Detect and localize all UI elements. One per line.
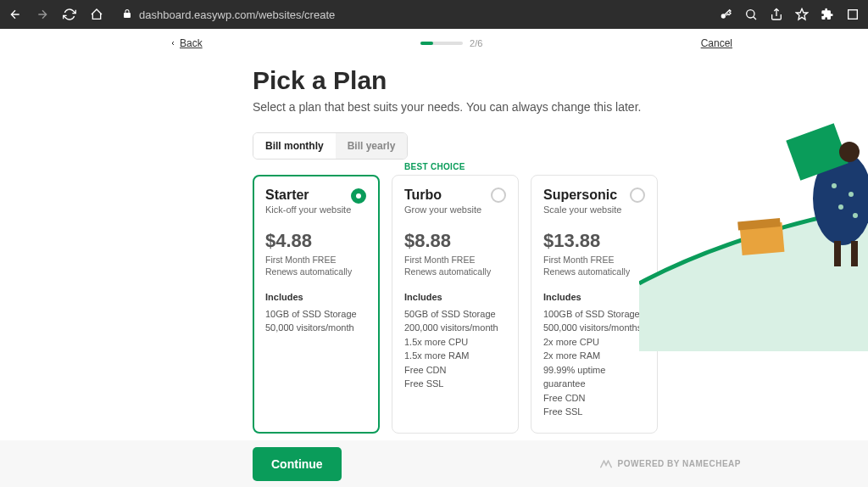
- progress-indicator: 2/6: [420, 38, 482, 48]
- includes-list: 10GB of SSD Storage50,000 visitors/month: [265, 307, 367, 335]
- svg-point-1: [747, 10, 754, 18]
- footer: Continue POWERED BY NAMECHEAP: [0, 440, 868, 487]
- plan-note: First Month FREE: [404, 254, 506, 266]
- url-text: dashboard.easywp.com/websites/create: [139, 8, 335, 21]
- cancel-link[interactable]: Cancel: [701, 37, 732, 49]
- back-icon[interactable]: [8, 8, 22, 21]
- page-subtitle: Select a plan that best suits your needs…: [253, 100, 661, 114]
- svg-point-8: [838, 204, 843, 210]
- plan-feature: 10GB of SSD Storage: [265, 307, 367, 322]
- bill-monthly-tab[interactable]: Bill monthly: [253, 133, 336, 159]
- bill-yearly-tab[interactable]: Bill yearly: [336, 133, 408, 159]
- plan-note: First Month FREE: [265, 254, 367, 266]
- plan-tagline: Kick-off your website: [265, 204, 367, 215]
- url-bar[interactable]: dashboard.easywp.com/websites/create: [114, 7, 709, 22]
- plan-feature: 2x more RAM: [543, 349, 645, 363]
- progress-text: 2/6: [470, 38, 482, 48]
- powered-text: POWERED BY NAMECHEAP: [618, 459, 741, 468]
- plan-tagline: Grow your website: [404, 204, 506, 215]
- powered-by: POWERED BY NAMECHEAP: [599, 459, 741, 468]
- back-link[interactable]: Back: [170, 37, 203, 49]
- svg-rect-12: [834, 241, 841, 266]
- plan-renewal: Renews automatically: [404, 266, 506, 277]
- plan-note: First Month FREE: [543, 254, 645, 266]
- includes-title: Includes: [265, 292, 367, 302]
- includes-list: 100GB of SSD Storage500,000 visitors/mon…: [543, 307, 645, 419]
- plan-feature: 50,000 visitors/month: [265, 321, 367, 335]
- plan-radio[interactable]: [491, 188, 506, 203]
- plan-price: $8.88: [404, 230, 506, 252]
- browser-toolbar: dashboard.easywp.com/websites/create: [0, 0, 868, 29]
- plan-radio[interactable]: [351, 188, 366, 204]
- home-icon[interactable]: [90, 8, 103, 21]
- plan-feature: 99.99% uptime guarantee: [543, 363, 645, 391]
- page-title: Pick a Plan: [253, 66, 661, 95]
- back-label: Back: [180, 37, 203, 49]
- share-icon[interactable]: [770, 8, 783, 21]
- includes-title: Includes: [543, 292, 645, 302]
- decorative-illustration: [732, 114, 868, 283]
- reload-icon[interactable]: [63, 8, 76, 21]
- plan-feature: Free SSL: [543, 405, 645, 419]
- namecheap-logo-icon: [599, 460, 613, 468]
- plan-feature: 50GB of SSD Storage: [404, 307, 506, 322]
- plan-price: $4.88: [265, 230, 367, 252]
- extensions-icon[interactable]: [821, 8, 834, 21]
- includes-list: 50GB of SSD Storage200,000 visitors/mont…: [404, 307, 506, 391]
- forward-icon[interactable]: [36, 8, 49, 21]
- lock-icon: [122, 7, 132, 22]
- billing-toggle: Bill monthly Bill yearly: [253, 132, 408, 160]
- plan-card-starter[interactable]: StarterKick-off your website$4.88First M…: [253, 175, 380, 434]
- svg-point-6: [832, 183, 837, 188]
- plan-feature: 1.5x more RAM: [404, 349, 506, 363]
- best-choice-badge: BEST CHOICE: [404, 162, 465, 171]
- svg-point-7: [849, 192, 854, 197]
- plan-feature: 1.5x more CPU: [404, 335, 506, 350]
- svg-rect-2: [849, 10, 858, 20]
- includes-title: Includes: [404, 292, 506, 302]
- account-icon[interactable]: [846, 8, 860, 21]
- plan-price: $13.88: [543, 230, 645, 252]
- plan-renewal: Renews automatically: [543, 266, 645, 277]
- plan-feature: Free CDN: [543, 391, 645, 406]
- plan-tagline: Scale your website: [543, 204, 645, 215]
- plan-card-turbo[interactable]: BEST CHOICETurboGrow your website$8.88Fi…: [392, 175, 519, 434]
- plan-feature: Free SSL: [404, 377, 506, 391]
- svg-rect-13: [851, 241, 858, 266]
- plan-feature: Free CDN: [404, 363, 506, 378]
- plan-feature: 200,000 visitors/month: [404, 321, 506, 335]
- plan-feature: 2x more CPU: [543, 335, 645, 350]
- svg-point-11: [839, 142, 860, 162]
- plan-feature: 500,000 visitors/months: [543, 321, 645, 335]
- svg-point-9: [853, 213, 858, 218]
- key-icon[interactable]: [719, 8, 732, 21]
- zoom-icon[interactable]: [744, 8, 758, 21]
- plan-renewal: Renews automatically: [265, 266, 367, 277]
- plan-feature: 100GB of SSD Storage: [543, 307, 645, 322]
- chevron-left-icon: [170, 40, 176, 47]
- star-icon[interactable]: [795, 8, 809, 21]
- continue-button[interactable]: Continue: [253, 447, 342, 481]
